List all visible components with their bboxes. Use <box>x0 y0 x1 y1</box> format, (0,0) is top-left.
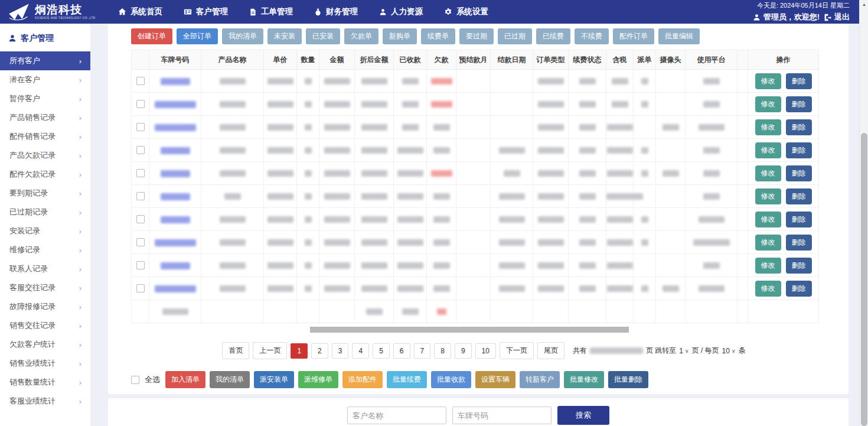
edit-button[interactable]: 修改 <box>755 235 781 251</box>
filter-button-9[interactable]: 要过期 <box>459 28 494 44</box>
row-checkbox[interactable] <box>136 146 145 154</box>
bulk-button-1[interactable]: 加入清单 <box>165 371 205 388</box>
bulk-button-4[interactable]: 派维修单 <box>298 371 338 388</box>
goto-page-select[interactable]: 1∨ <box>679 347 688 355</box>
filter-button-6[interactable]: 欠款单 <box>344 28 378 44</box>
per-page-select[interactable]: 10∨ <box>722 347 736 355</box>
nav-item-6[interactable]: 系统设置 <box>444 6 488 17</box>
bulk-button-3[interactable]: 派安装单 <box>254 371 294 388</box>
vertical-scrollbar[interactable]: ▲ <box>859 0 868 426</box>
select-all-checkbox[interactable] <box>131 376 139 384</box>
last-page-button[interactable]: 尾页 <box>537 342 564 359</box>
page-button-8[interactable]: 8 <box>434 343 451 359</box>
filter-button-3[interactable]: 我的清单 <box>222 28 263 44</box>
sidebar-item-13[interactable]: 客服交往记录› <box>0 278 90 297</box>
filter-button-13[interactable]: 配件订单 <box>613 28 654 44</box>
row-checkbox[interactable] <box>136 284 145 292</box>
row-checkbox[interactable] <box>136 261 145 269</box>
bulk-button-5[interactable]: 添加配件 <box>342 371 383 388</box>
row-checkbox[interactable] <box>136 169 145 177</box>
delete-button[interactable]: 删除 <box>786 96 812 112</box>
search-button[interactable]: 搜索 <box>557 406 609 425</box>
page-button-7[interactable]: 7 <box>414 343 431 359</box>
page-button-9[interactable]: 9 <box>455 343 472 359</box>
filter-button-2[interactable]: 全部订单 <box>177 28 218 44</box>
horizontal-scrollbar-thumb[interactable] <box>310 327 629 333</box>
page-button-4[interactable]: 4 <box>352 343 369 359</box>
sidebar-item-8[interactable]: 要到期记录› <box>0 184 90 203</box>
filter-button-10[interactable]: 已过期 <box>498 28 532 44</box>
row-checkbox[interactable] <box>136 123 145 131</box>
delete-button[interactable]: 删除 <box>786 119 812 135</box>
bulk-button-10[interactable]: 批量修改 <box>564 371 604 388</box>
delete-button[interactable]: 删除 <box>786 142 812 158</box>
edit-button[interactable]: 修改 <box>755 96 781 112</box>
prev-page-button[interactable]: 上一页 <box>253 342 287 359</box>
page-button-2[interactable]: 2 <box>311 343 328 359</box>
bulk-button-9[interactable]: 转新客户 <box>520 371 560 388</box>
nav-item-4[interactable]: 财务管理 <box>314 6 358 17</box>
delete-button[interactable]: 删除 <box>786 188 812 204</box>
sidebar-item-9[interactable]: 已过期记录› <box>0 203 90 222</box>
sidebar-item-19[interactable]: 客服业绩统计› <box>0 392 90 411</box>
delete-button[interactable]: 删除 <box>786 165 812 181</box>
row-checkbox[interactable] <box>136 238 145 246</box>
first-page-button[interactable]: 首页 <box>222 342 249 359</box>
delete-button[interactable]: 删除 <box>786 212 812 227</box>
bulk-button-8[interactable]: 设置车辆 <box>475 371 515 388</box>
sidebar-item-18[interactable]: 销售数量统计› <box>0 373 90 392</box>
sidebar-item-16[interactable]: 欠款客户统计› <box>0 335 90 354</box>
page-button-3[interactable]: 3 <box>332 343 349 359</box>
page-button-10[interactable]: 10 <box>475 343 496 359</box>
delete-button[interactable]: 删除 <box>786 73 812 89</box>
delete-button[interactable]: 删除 <box>786 258 812 274</box>
user-menu[interactable]: 管理员，欢迎您! <box>753 12 820 22</box>
sidebar-item-2[interactable]: 潜在客户› <box>0 70 90 89</box>
filter-button-12[interactable]: 不续费 <box>575 28 609 44</box>
nav-item-2[interactable]: 客户管理 <box>184 6 228 17</box>
sidebar-item-10[interactable]: 安装记录› <box>0 222 90 240</box>
next-page-button[interactable]: 下一页 <box>500 342 534 359</box>
sidebar-item-1[interactable]: 所有客户› <box>0 51 90 70</box>
filter-button-1[interactable]: 创建订单 <box>131 28 172 44</box>
row-checkbox[interactable] <box>136 192 145 200</box>
filter-button-11[interactable]: 已续费 <box>536 28 570 44</box>
bulk-button-11[interactable]: 批量删除 <box>608 371 648 388</box>
row-checkbox[interactable] <box>136 215 145 223</box>
sidebar-item-4[interactable]: 产品销售记录› <box>0 108 90 127</box>
sidebar-item-3[interactable]: 暂停客户› <box>0 89 90 108</box>
edit-button[interactable]: 修改 <box>755 119 781 135</box>
filter-button-7[interactable]: 新购单 <box>383 28 417 44</box>
filter-button-4[interactable]: 未安装 <box>267 28 302 44</box>
bulk-button-6[interactable]: 批量续费 <box>387 371 427 388</box>
edit-button[interactable]: 修改 <box>755 142 781 158</box>
page-button-1[interactable]: 1 <box>291 343 308 359</box>
row-checkbox[interactable] <box>136 100 145 108</box>
edit-button[interactable]: 修改 <box>755 281 781 297</box>
page-button-6[interactable]: 6 <box>393 343 410 359</box>
sidebar-item-15[interactable]: 销售交往记录› <box>0 316 90 335</box>
edit-button[interactable]: 修改 <box>755 212 781 227</box>
sidebar-item-7[interactable]: 配件欠款记录› <box>0 165 90 184</box>
logout-button[interactable]: 退出 <box>824 12 850 22</box>
filter-button-8[interactable]: 续费单 <box>421 28 455 44</box>
delete-button[interactable]: 删除 <box>786 235 812 251</box>
nav-item-5[interactable]: 人力资源 <box>379 6 423 17</box>
scroll-up-arrow-icon[interactable]: ▲ <box>860 0 868 6</box>
row-checkbox[interactable] <box>136 77 145 85</box>
horizontal-scrollbar[interactable] <box>131 327 818 333</box>
nav-item-3[interactable]: 工单管理 <box>249 6 293 17</box>
sidebar-item-11[interactable]: 维修记录› <box>0 240 90 259</box>
sidebar-item-14[interactable]: 故障报修记录› <box>0 297 90 316</box>
edit-button[interactable]: 修改 <box>755 258 781 274</box>
edit-button[interactable]: 修改 <box>755 165 781 181</box>
bulk-button-2[interactable]: 我的清单 <box>210 371 250 388</box>
filter-button-14[interactable]: 批量编辑 <box>658 28 700 44</box>
sidebar-item-6[interactable]: 产品欠款记录› <box>0 146 90 165</box>
plate-number-input[interactable] <box>452 407 552 424</box>
filter-button-5[interactable]: 已安装 <box>306 28 340 44</box>
sidebar-item-17[interactable]: 销售业绩统计› <box>0 354 90 373</box>
vertical-scrollbar-thumb[interactable] <box>861 133 867 426</box>
sidebar-item-12[interactable]: 联系人记录› <box>0 259 90 278</box>
bulk-button-7[interactable]: 批量收款 <box>431 371 471 388</box>
